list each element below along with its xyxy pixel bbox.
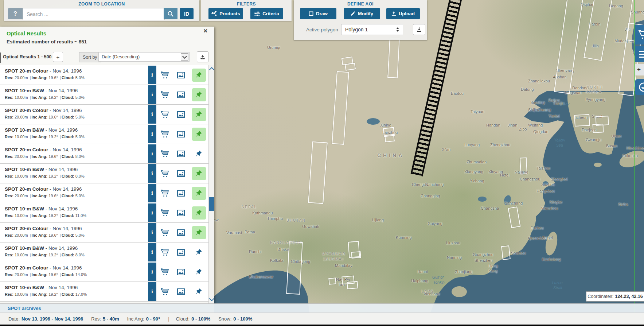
scene-footprint[interactable] xyxy=(351,251,361,259)
map-results-list-tool-button[interactable] xyxy=(635,46,644,62)
info-button[interactable]: i xyxy=(148,66,156,84)
preview-image-button[interactable] xyxy=(177,151,185,157)
result-row[interactable]: SPOT 10-m B&W - Nov 14, 1996 Res: 10.00m… xyxy=(0,203,208,223)
scene-footprint[interactable] xyxy=(286,241,303,295)
result-row[interactable]: SPOT 10-m B&W - Nov 14, 1996 Res: 10.00m… xyxy=(0,85,208,105)
preview-image-button[interactable] xyxy=(177,170,185,177)
download-polygon-button[interactable] xyxy=(413,24,425,35)
add-to-cart-button[interactable] xyxy=(161,288,169,295)
pin-footprint-button[interactable] xyxy=(192,246,206,259)
draw-aoi-button[interactable]: Draw xyxy=(300,8,336,19)
download-results-button[interactable] xyxy=(197,51,208,62)
preview-image-button[interactable] xyxy=(177,210,185,216)
pin-footprint-button[interactable] xyxy=(192,167,206,180)
search-button[interactable] xyxy=(164,8,177,19)
upload-aoi-button[interactable]: Upload xyxy=(386,8,420,19)
result-row[interactable]: SPOT 20-m Colour - Nov 14, 1996 Res: 20.… xyxy=(0,105,208,124)
result-meta: Res: 10.00m |Inc Ang: 19.2° |Cloud: 8.0% xyxy=(5,174,148,178)
preview-image-button[interactable] xyxy=(177,190,185,197)
scroll-down-icon[interactable] xyxy=(209,296,214,301)
pin-footprint-button[interactable] xyxy=(192,128,206,141)
load-more-results-button[interactable]: + xyxy=(53,52,63,62)
pin-footprint-button[interactable] xyxy=(192,147,206,160)
pin-footprint-button[interactable] xyxy=(192,69,206,82)
close-panel-button[interactable]: ✕ xyxy=(201,27,210,35)
preview-image-button[interactable] xyxy=(177,229,185,236)
info-button[interactable]: i xyxy=(148,203,156,222)
result-row[interactable]: SPOT 20-m Colour - Nov 14, 1996 Res: 20.… xyxy=(0,223,208,242)
result-row[interactable]: SPOT 20-m Colour - Nov 14, 1996 Res: 20.… xyxy=(0,262,208,282)
scrollbar-thumb[interactable] xyxy=(209,197,214,211)
pin-footprint-button[interactable] xyxy=(192,108,206,121)
search-by-id-button[interactable]: ID xyxy=(180,8,194,19)
results-scrollbar[interactable] xyxy=(208,65,214,303)
pin-footprint-button[interactable] xyxy=(192,187,206,200)
scene-footprint[interactable] xyxy=(345,63,356,71)
info-button[interactable]: i xyxy=(148,164,156,183)
add-to-cart-button[interactable] xyxy=(161,190,169,197)
map-select-tool-button[interactable] xyxy=(635,79,644,95)
scene-footprint[interactable] xyxy=(347,281,358,290)
add-to-cart-button[interactable] xyxy=(161,229,169,236)
pin-footprint-button[interactable] xyxy=(192,265,206,279)
result-row[interactable]: SPOT 10-m B&W - Nov 14, 1996 Res: 10.00m… xyxy=(0,282,208,302)
result-row[interactable]: SPOT 10-m B&W - Nov 14, 1996 Res: 10.00m… xyxy=(0,242,208,262)
scene-footprint[interactable] xyxy=(592,124,604,133)
preview-image-button[interactable] xyxy=(177,92,185,98)
add-to-cart-button[interactable] xyxy=(161,71,169,79)
sort-select[interactable]: Date (Descending) xyxy=(98,52,190,62)
add-to-cart-button[interactable] xyxy=(161,249,169,256)
scroll-up-icon[interactable] xyxy=(209,67,214,72)
map-label: Ulsan xyxy=(611,134,621,138)
preview-image-button[interactable] xyxy=(177,131,185,137)
info-button[interactable]: i xyxy=(148,282,156,301)
result-row[interactable]: SPOT 10-m B&W - Nov 14, 1996 Res: 10.00m… xyxy=(0,124,208,144)
add-to-cart-button[interactable] xyxy=(161,209,169,217)
pin-footprint-button[interactable] xyxy=(192,226,206,239)
pin-footprint-button[interactable] xyxy=(192,285,206,298)
preview-image-button[interactable] xyxy=(177,269,185,275)
scene-footprint[interactable] xyxy=(574,114,590,127)
location-search-input[interactable] xyxy=(23,8,165,20)
preview-image-button[interactable] xyxy=(177,72,185,78)
preview-image-button[interactable] xyxy=(177,249,185,256)
map-zoom-in-button[interactable]: + xyxy=(635,64,644,75)
criteria-button[interactable]: Criteria xyxy=(250,8,283,19)
map-label: Thimphu xyxy=(267,216,283,221)
pin-footprint-button[interactable] xyxy=(192,206,206,220)
info-button[interactable]: i xyxy=(148,105,156,124)
info-button[interactable]: i xyxy=(148,223,156,242)
scene-footprint[interactable] xyxy=(387,38,400,78)
modify-aoi-button[interactable]: Modify xyxy=(344,8,380,19)
map-cart-tool-button[interactable] xyxy=(635,25,644,44)
scene-footprint[interactable] xyxy=(501,245,511,260)
result-title: SPOT 10-m B&W - Nov 14, 1996 xyxy=(5,245,148,251)
add-to-cart-button[interactable] xyxy=(161,111,169,118)
map-label: Gwangju xyxy=(586,137,601,142)
spot-archives-link[interactable]: SPOT archives xyxy=(8,306,41,311)
preview-image-button[interactable] xyxy=(177,288,185,295)
preview-image-button[interactable] xyxy=(177,111,185,118)
add-to-cart-button[interactable] xyxy=(161,170,169,177)
result-row[interactable]: SPOT 10-m B&W - Nov 14, 1996 Res: 10.00m… xyxy=(0,164,208,183)
info-button[interactable]: i xyxy=(148,263,156,281)
result-row[interactable]: SPOT 20-m Colour - Nov 14, 1996 Res: 20.… xyxy=(0,183,208,203)
result-row[interactable]: SPOT 20-m Colour - Nov 14, 1996 Res: 20.… xyxy=(0,144,208,164)
info-button[interactable]: i xyxy=(148,243,156,261)
info-button[interactable]: i xyxy=(148,125,156,143)
add-to-cart-button[interactable] xyxy=(161,268,169,276)
info-button[interactable]: i xyxy=(148,184,156,202)
scene-footprint[interactable] xyxy=(385,134,395,143)
info-button[interactable]: i xyxy=(148,144,156,163)
add-to-cart-button[interactable] xyxy=(161,91,169,98)
pin-footprint-button[interactable] xyxy=(192,88,206,101)
active-polygon-select[interactable]: Polygon 1 xyxy=(341,24,403,35)
scene-footprint[interactable] xyxy=(520,158,527,175)
scene-footprint[interactable] xyxy=(328,278,336,285)
products-button[interactable]: Products xyxy=(208,8,243,19)
add-to-cart-button[interactable] xyxy=(161,131,169,138)
help-button[interactable]: ? xyxy=(8,8,23,19)
result-row[interactable]: SPOT 20-m Colour - Nov 14, 1996 Res: 20.… xyxy=(0,65,208,85)
info-button[interactable]: i xyxy=(148,85,156,104)
add-to-cart-button[interactable] xyxy=(161,150,169,158)
